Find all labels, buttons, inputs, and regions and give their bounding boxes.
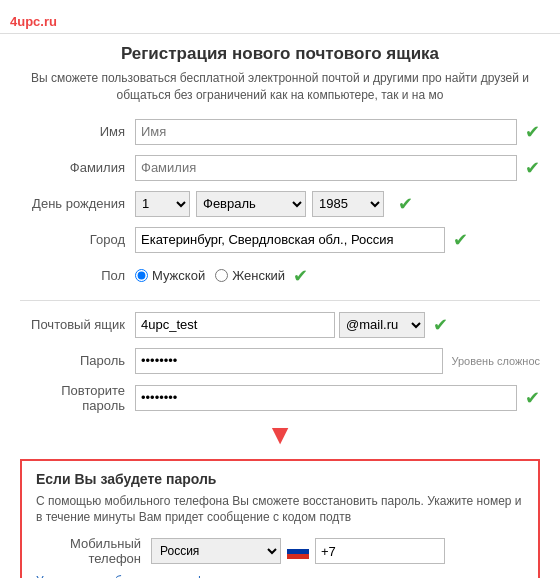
gender-male-radio[interactable] [135,269,148,282]
email-row: Почтовый ящик @mail.ru @bk.ru @list.ru @… [20,311,540,339]
password-strength-label: Уровень сложнос [451,355,540,367]
gender-check-icon: ✔ [293,265,308,287]
confirm-check-icon: ✔ [525,387,540,409]
svg-rect-0 [287,544,309,549]
gender-row: Пол Мужской Женский ✔ [20,262,540,290]
name-input[interactable] [135,119,517,145]
name-label: Имя [20,124,135,139]
divider-1 [20,300,540,301]
svg-rect-2 [287,554,309,559]
city-input[interactable] [135,227,445,253]
dob-check-icon: ✔ [398,193,413,215]
gender-male-label: Мужской [152,268,205,283]
city-row: Город ✔ [20,226,540,254]
no-phone-link[interactable]: У меня нет мобильного телефона [36,574,524,578]
phone-input[interactable] [315,538,445,564]
logo: 4upc.ru [10,14,57,29]
arrow-down-wrapper: ▼ [20,421,540,449]
name-check-icon: ✔ [525,121,540,143]
dob-day-select[interactable]: 12345 678910 1112131415 1617181920 21222… [135,191,190,217]
svg-rect-1 [287,549,309,554]
recovery-title: Если Вы забудете пароль [36,471,524,487]
gender-female-option[interactable]: Женский [215,268,285,283]
gender-options: Мужской Женский [135,268,285,283]
page-subtitle: Вы сможете пользоваться бесплатной элект… [20,70,540,104]
dob-row: День рождения 12345 678910 1112131415 16… [20,190,540,218]
phone-country-select[interactable]: Россия США Германия [151,538,281,564]
password-row: Пароль Уровень сложнос [20,347,540,375]
top-bar: 4upc.ru [0,10,560,34]
recovery-desc: С помощью мобильного телефона Вы сможете… [36,493,524,527]
phone-inputs: Россия США Германия [151,538,445,564]
registration-form: Имя ✔ Фамилия ✔ День рождения 12345 6789… [20,118,540,578]
gender-male-option[interactable]: Мужской [135,268,205,283]
city-check-icon: ✔ [453,229,468,251]
arrow-down-icon: ▼ [266,421,294,449]
at-domain: @mail.ru @bk.ru @list.ru @inbox.ru [339,312,425,338]
dob-month-select[interactable]: ЯнварьФевральМарт АпрельМайИюнь ИюльАвгу… [196,191,306,217]
gender-female-label: Женский [232,268,285,283]
surname-label: Фамилия [20,160,135,175]
email-label: Почтовый ящик [20,317,135,332]
surname-row: Фамилия ✔ [20,154,540,182]
dob-inputs: 12345 678910 1112131415 1617181920 21222… [135,191,390,217]
page-title: Регистрация нового почтового ящика [20,44,540,64]
email-check-icon: ✔ [433,314,448,336]
confirm-row: Повторите пароль ✔ [20,383,540,413]
phone-label: Мобильный телефон [36,536,151,566]
email-inputs: @mail.ru @bk.ru @list.ru @inbox.ru [135,312,425,338]
dob-year-select[interactable]: 198519861984 [312,191,384,217]
password-input[interactable] [135,348,443,374]
recovery-section: Если Вы забудете пароль С помощью мобиль… [20,459,540,578]
city-label: Город [20,232,135,247]
gender-label: Пол [20,268,135,283]
dob-label: День рождения [20,196,135,211]
domain-select[interactable]: @mail.ru @bk.ru @list.ru @inbox.ru [339,312,425,338]
password-label: Пароль [20,353,135,368]
surname-input[interactable] [135,155,517,181]
russia-flag-icon [287,544,309,559]
surname-check-icon: ✔ [525,157,540,179]
email-input[interactable] [135,312,335,338]
page-wrapper: 4upc.ru Регистрация нового почтового ящи… [0,0,560,578]
gender-female-radio[interactable] [215,269,228,282]
name-row: Имя ✔ [20,118,540,146]
main-content: Регистрация нового почтового ящика Вы см… [0,34,560,578]
phone-row: Мобильный телефон Россия США Германия [36,536,524,566]
confirm-label: Повторите пароль [20,383,135,413]
confirm-input[interactable] [135,385,517,411]
